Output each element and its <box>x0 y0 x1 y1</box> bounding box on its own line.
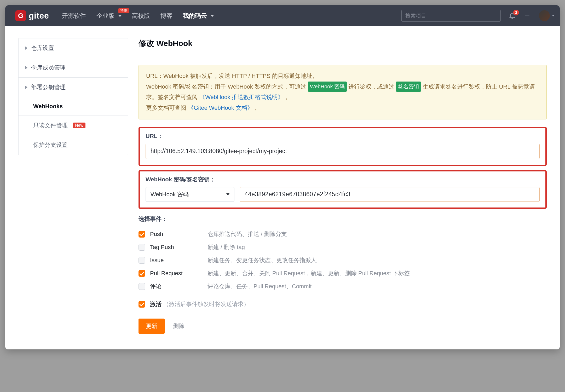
delete-button[interactable]: 删除 <box>173 322 185 330</box>
event-row: Tag Push新建 / 删除 tag <box>139 241 547 254</box>
sidebar-item-readonly[interactable]: 只读文件管理 New <box>19 116 128 135</box>
event-desc: 仓库推送代码、推送 / 删除分支 <box>207 230 287 238</box>
divider <box>139 56 547 56</box>
sidebar-item-label: 只读文件管理 <box>33 122 68 129</box>
page-title: 修改 WebHook <box>139 38 547 49</box>
sidebar: 仓库设置 仓库成员管理 部署公钥管理 WebHooks 只读文件管理 New 保… <box>18 38 128 155</box>
bell-icon[interactable]: 3 <box>509 12 516 20</box>
event-name: Tag Push <box>150 244 207 251</box>
nav-open-source[interactable]: 开源软件 <box>62 12 86 20</box>
checkbox-event[interactable] <box>139 283 145 290</box>
highlight-frame-secret: WebHook 密码/签名密钥： WebHook 密码 <box>139 170 547 209</box>
sidebar-item-branch-protect[interactable]: 保护分支设置 <box>19 135 128 155</box>
secret-label: WebHook 密码/签名密钥： <box>146 176 540 183</box>
event-row: Push仓库推送代码、推送 / 删除分支 <box>139 228 547 241</box>
doc-link-webhook[interactable]: 《Gitee WebHook 文档》 <box>188 105 253 111</box>
info-line-more: 更多文档可查阅 《Gitee WebHook 文档》 。 <box>146 103 539 113</box>
logo[interactable]: G gitee <box>15 10 49 21</box>
info-text: 进行鉴权，或通过 <box>348 83 396 90</box>
sidebar-group-deploy-keys[interactable]: 部署公钥管理 <box>19 78 128 97</box>
nav-my-label: 我的码云 <box>183 12 207 19</box>
notification-count: 3 <box>513 10 519 15</box>
highlight-frame-url: URL： <box>139 127 547 166</box>
checkbox-event[interactable] <box>139 270 145 277</box>
update-button[interactable]: 更新 <box>139 319 165 334</box>
checkbox-event[interactable] <box>139 244 145 251</box>
caret-icon <box>25 86 27 89</box>
search-input[interactable] <box>401 10 501 22</box>
caret-icon <box>25 66 27 69</box>
info-text: 更多文档可查阅 <box>146 105 188 111</box>
event-row: Pull Request新建、更新、合并、关闭 Pull Request，新建、… <box>139 267 547 280</box>
url-label: URL： <box>146 132 540 140</box>
sidebar-item-label: WebHooks <box>33 103 63 110</box>
checkbox-event[interactable] <box>139 257 145 264</box>
activate-label: 激活 <box>150 300 162 308</box>
secret-type-value: WebHook 密码 <box>151 191 189 198</box>
activate-hint: （激活后事件触发时将发送请求） <box>163 300 249 308</box>
doc-link-format[interactable]: 《WebHook 推送数据格式说明》 <box>199 94 284 100</box>
sidebar-group-label: 仓库设置 <box>31 44 54 52</box>
event-row: Issue新建任务、变更任务状态、更改任务指派人 <box>139 254 547 267</box>
nav-blog[interactable]: 博客 <box>160 12 172 20</box>
info-text: 。 <box>285 94 291 100</box>
main: 修改 WebHook URL：WebHook 被触发后，发送 HTTP / HT… <box>139 38 547 334</box>
event-desc: 新建任务、变更任务状态、更改任务指派人 <box>207 256 317 264</box>
url-input[interactable] <box>146 144 540 159</box>
nav-enterprise[interactable]: 企业版 特惠 <box>96 12 121 20</box>
topbar: G gitee 开源软件 企业版 特惠 高校版 博客 我的码云 3 <box>5 5 560 26</box>
plus-icon[interactable] <box>524 12 532 20</box>
sidebar-group-label: 仓库成员管理 <box>31 64 66 72</box>
pill-sign-key: 签名密钥 <box>396 82 421 92</box>
nav-enterprise-promo: 特惠 <box>118 8 129 13</box>
info-text: WebHook 密码/签名密钥：用于 WebHook 鉴权的方式，可通过 <box>146 83 308 90</box>
logo-icon: G <box>15 10 26 21</box>
secret-type-select[interactable]: WebHook 密码 <box>146 187 234 202</box>
sidebar-item-webhooks[interactable]: WebHooks <box>19 97 128 116</box>
secret-input[interactable] <box>240 187 540 202</box>
logo-text: gitee <box>29 11 49 21</box>
avatar[interactable] <box>539 10 550 21</box>
checkbox-event[interactable] <box>139 231 145 238</box>
nav-my[interactable]: 我的码云 <box>183 12 214 20</box>
sidebar-group-repo-settings[interactable]: 仓库设置 <box>19 38 128 58</box>
checkbox-activate[interactable] <box>139 301 145 308</box>
caret-icon <box>25 47 27 50</box>
chevron-down-icon <box>226 193 229 195</box>
event-name: Issue <box>150 257 207 264</box>
event-name: Pull Request <box>150 270 207 277</box>
events-label: 选择事件： <box>139 215 547 223</box>
sidebar-item-label: 保护分支设置 <box>33 141 68 149</box>
event-name: Push <box>150 231 207 238</box>
top-nav: 开源软件 企业版 特惠 高校版 博客 我的码云 <box>62 12 214 20</box>
info-line-secret: WebHook 密码/签名密钥：用于 WebHook 鉴权的方式，可通过 Web… <box>146 82 539 103</box>
new-badge: New <box>73 123 85 128</box>
event-desc: 新建 / 删除 tag <box>207 243 245 251</box>
info-line-url: URL：WebHook 被触发后，发送 HTTP / HTTPS 的目标通知地址… <box>146 71 539 82</box>
nav-campus[interactable]: 高校版 <box>132 12 150 20</box>
pill-webhook-password: WebHook 密码 <box>308 82 347 92</box>
info-text: 。 <box>255 105 260 111</box>
event-name: 评论 <box>150 283 207 290</box>
sidebar-group-label: 部署公钥管理 <box>31 83 66 91</box>
event-desc: 评论仓库、任务、Pull Request、Commit <box>207 283 312 290</box>
nav-enterprise-label: 企业版 <box>96 12 114 19</box>
event-row: 评论评论仓库、任务、Pull Request、Commit <box>139 280 547 293</box>
event-desc: 新建、更新、合并、关闭 Pull Request，新建、更新、删除 Pull R… <box>207 269 410 277</box>
info-box: URL：WebHook 被触发后，发送 HTTP / HTTPS 的目标通知地址… <box>139 65 547 119</box>
sidebar-group-members[interactable]: 仓库成员管理 <box>19 58 128 78</box>
